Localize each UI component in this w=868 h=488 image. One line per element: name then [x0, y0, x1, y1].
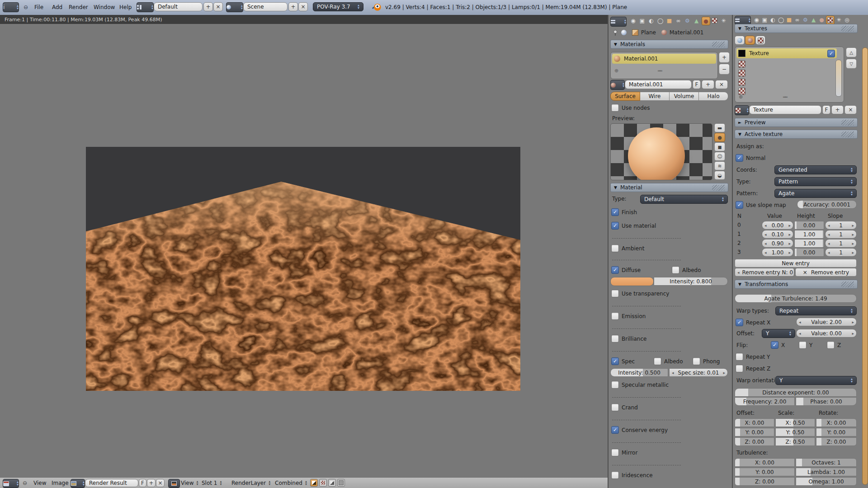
lambda-field[interactable]: Lambda: 1.00 — [796, 468, 857, 476]
unlink-texture-button[interactable]: × — [844, 105, 857, 114]
phong-checkbox[interactable] — [693, 357, 700, 365]
tab-particles[interactable]: ✳ — [835, 16, 843, 23]
material-name-field[interactable]: Material.001 — [625, 80, 692, 89]
unlink-image-button[interactable]: × — [156, 479, 165, 487]
texture-context-world-button[interactable] — [735, 36, 745, 45]
use-transparency-checkbox[interactable] — [611, 290, 619, 297]
remove-material-slot-button[interactable]: − — [719, 64, 730, 75]
preview-type-flat-button[interactable]: ▬ — [714, 123, 725, 132]
preview-type-monkey-button[interactable]: ☺ — [714, 152, 725, 161]
delete-scene-button[interactable]: × — [298, 2, 308, 11]
tab-material[interactable]: ● — [818, 16, 826, 23]
phase-slider[interactable]: Phase: 0.00 — [796, 397, 857, 406]
add-slot-inline-icon[interactable]: ⊕ — [614, 68, 618, 74]
spec-checkbox[interactable]: ✓ — [611, 357, 619, 365]
offset-axis-dropdown[interactable]: Y ▴▾ — [762, 329, 795, 338]
slope-height-field[interactable]: 0.00 — [794, 221, 824, 230]
tab-object[interactable]: ■ — [785, 16, 793, 23]
specular-metallic-checkbox[interactable] — [611, 381, 619, 389]
diffuse-checkbox[interactable]: ✓ — [611, 266, 619, 274]
collapse-menus-icon[interactable]: ⊖ — [23, 480, 27, 486]
preview-type-cube-button[interactable]: ◼ — [714, 142, 725, 151]
agate-turbulence-slider[interactable]: Agate Turbulence: 1.49 — [735, 294, 857, 303]
repeat-x-checkbox[interactable]: ✓ — [736, 319, 743, 326]
active-texture-section-header[interactable]: ▼ Active texture — [735, 130, 858, 139]
texture-context-material-button-active[interactable] — [745, 36, 755, 45]
collapse-menus-icon[interactable]: ⊖ — [24, 4, 28, 10]
texture-slot-active[interactable]: Texture ✓ — [736, 48, 837, 58]
tab-render-layers[interactable]: ▣ — [638, 17, 646, 24]
spec-albedo-checkbox[interactable] — [654, 357, 661, 365]
slope-value-field[interactable]: ◂0.00▸ — [762, 221, 793, 230]
panel-drag-stripes[interactable] — [712, 42, 725, 47]
image-editor-type-button[interactable]: ▴▾ — [3, 479, 19, 488]
menu-window[interactable]: Window — [94, 4, 115, 10]
distance-exponent-slider[interactable]: Distance exponent: 0.00 — [735, 388, 857, 397]
diffuse-color-swatch[interactable] — [610, 277, 654, 286]
tab-texture[interactable] — [711, 17, 718, 24]
breadcrumb-material[interactable]: Material.001 — [670, 29, 703, 36]
tab-modifiers[interactable]: ⚙ — [802, 16, 809, 23]
add-slot-inline-icon[interactable]: ⊕ — [739, 94, 743, 100]
scale-z-field[interactable]: Z: 0.50 — [775, 437, 815, 446]
remove-entry-button[interactable]: ×Remove entry — [795, 268, 857, 277]
tab-world[interactable]: ◯ — [656, 17, 664, 24]
list-resize-grip[interactable]: ══ — [658, 69, 662, 73]
add-material-slot-button[interactable]: + — [719, 52, 730, 63]
warp-types-dropdown[interactable]: Repeat ▴▾ — [775, 306, 857, 315]
tab-constraints[interactable]: ∞ — [675, 17, 682, 24]
add-scene-button[interactable]: + — [288, 2, 298, 11]
slope-height-field[interactable]: 1.00 — [794, 239, 824, 248]
texture-slot-enable-checkbox[interactable]: ✓ — [827, 50, 835, 57]
tab-particles[interactable]: ✳ — [720, 17, 727, 24]
conserve-energy-checkbox[interactable]: ✓ — [611, 426, 619, 434]
flip-z-checkbox[interactable] — [827, 341, 835, 349]
image-name-field[interactable]: Render Result — [85, 479, 138, 487]
scale-x-field[interactable]: X: 0.50 — [775, 418, 815, 427]
repeat-y-checkbox[interactable] — [736, 353, 743, 361]
new-entry-button[interactable]: New entry — [735, 259, 857, 267]
render-engine-dropdown[interactable]: POV-Ray 3.7 ▴▾ — [313, 2, 363, 11]
use-nodes-checkbox[interactable] — [611, 104, 619, 112]
panel-drag-stripes[interactable] — [841, 120, 854, 126]
tab-texture-active[interactable] — [826, 16, 835, 24]
brilliance-checkbox[interactable] — [611, 335, 619, 343]
rotate-y-field[interactable]: Y: 0.00 — [816, 428, 857, 436]
turbulence-x-field[interactable]: X: 0.00 — [735, 458, 795, 467]
offset-y-field[interactable]: Y: 0.00 — [735, 428, 774, 436]
render-layer-dropdown[interactable]: RenderLayer ▴▾ — [231, 480, 270, 486]
panel-drag-stripes[interactable] — [841, 282, 854, 287]
slope-slope-field[interactable]: ◂1▸ — [825, 248, 857, 257]
iridescence-checkbox[interactable] — [611, 471, 619, 479]
empty-texture-slot-icon[interactable] — [738, 61, 745, 68]
scale-y-field[interactable]: Y: 0.50 — [775, 428, 815, 436]
slope-height-field[interactable]: 1.00 — [794, 230, 824, 239]
tab-modifiers[interactable]: ⚙ — [684, 17, 691, 24]
menu-view[interactable]: View — [33, 480, 46, 486]
rotate-x-field[interactable]: X: 0.00 — [816, 418, 857, 427]
turbulence-z-field[interactable]: Z: 0.00 — [735, 477, 795, 486]
texture-type-dropdown[interactable]: Pattern ▴▾ — [774, 177, 857, 186]
screen-layout-icon-button[interactable]: ▴▾ — [137, 2, 154, 12]
menu-file[interactable]: File — [34, 4, 43, 10]
material-type-dropdown[interactable]: Default ▴▾ — [640, 195, 728, 204]
empty-texture-slot-icon[interactable] — [738, 79, 745, 86]
slope-value-field[interactable]: ◂1.00▸ — [762, 248, 793, 257]
fake-user-button[interactable]: F — [139, 479, 146, 487]
texture-fake-user-button[interactable]: F — [822, 105, 830, 114]
tab-volume[interactable]: Volume — [670, 92, 699, 101]
tab-scene[interactable]: ◐ — [769, 16, 777, 23]
tab-render[interactable]: ◉ — [753, 16, 760, 23]
slope-height-field[interactable]: 0.00 — [794, 248, 824, 257]
breadcrumb-object[interactable]: Plane — [641, 29, 656, 36]
screen-layout-name-field[interactable]: Default — [154, 2, 203, 11]
tab-material-active[interactable]: ● — [702, 17, 710, 25]
panel-scrollbar[interactable] — [862, 47, 868, 485]
preview-type-hair-button[interactable]: ≋ — [714, 161, 725, 170]
draw-zbuffer-toggle[interactable] — [328, 479, 336, 487]
unlink-material-button[interactable]: × — [715, 80, 728, 89]
remove-entry-n-field[interactable]: ◂Remove entry N: 0▸ — [735, 268, 794, 277]
tab-scene[interactable]: ◐ — [647, 17, 655, 24]
transformations-section-header[interactable]: ▼ Transformations — [735, 280, 858, 289]
pin-icon[interactable] — [612, 29, 618, 36]
